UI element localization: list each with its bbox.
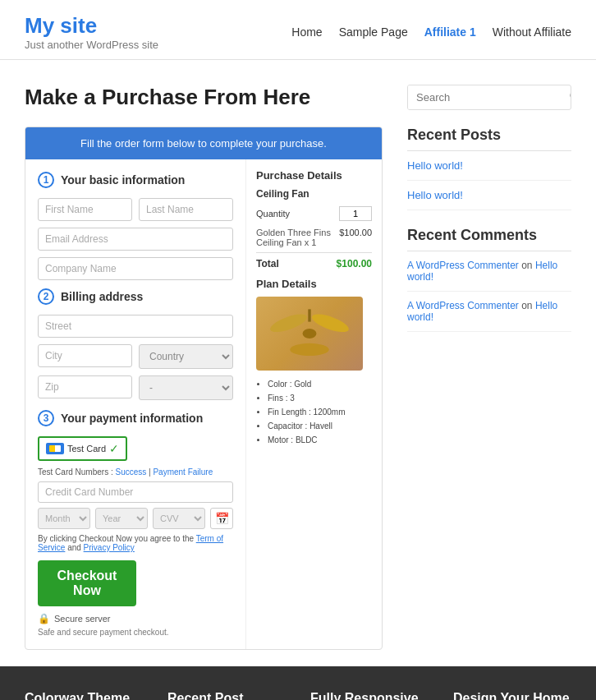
svg-rect-1: [308, 309, 310, 321]
plan-features: Color : Gold Fins : 3 Fin Length : 1200m…: [256, 377, 372, 447]
comment-1: A WordPress Commenter on Hello world!: [407, 260, 571, 292]
country-field: Country: [139, 344, 233, 369]
privacy-link[interactable]: Privacy Policy: [84, 543, 135, 552]
section3-header: 3 Your payment information: [38, 410, 233, 426]
secure-row: 🔒 Secure server: [38, 613, 233, 624]
search-button[interactable]: 🔍: [562, 85, 571, 109]
comment-2: A WordPress Commenter on Hello world!: [407, 300, 571, 332]
zip-input[interactable]: [38, 375, 132, 398]
company-input[interactable]: [38, 257, 233, 280]
search-input[interactable]: [408, 85, 562, 109]
test-card-note: Test Card Numbers : Success | Payment Fa…: [38, 467, 233, 477]
zip-row: -: [38, 375, 233, 400]
card-icon-inner: [49, 445, 61, 452]
form-header: Fill the order form below to complete yo…: [25, 127, 382, 159]
nav-affiliate1[interactable]: Affiliate 1: [424, 25, 476, 39]
nav-without-affiliate[interactable]: Without Affiliate: [493, 25, 571, 39]
site-brand: My site Just another WordPress site: [25, 13, 158, 51]
footer-grid: Colorway Theme Footer is widgetized. To …: [25, 691, 571, 700]
secure-label: Secure server: [54, 614, 110, 624]
last-name-input[interactable]: [139, 198, 233, 221]
section2-num: 2: [38, 288, 54, 305]
test-card-btn[interactable]: Test Card ✓: [38, 436, 127, 461]
name-row: [38, 198, 233, 221]
qty-input[interactable]: [339, 206, 372, 221]
footer-col-0: Colorway Theme Footer is widgetized. To …: [25, 691, 143, 700]
feature-motor: Motor : BLDC: [268, 433, 372, 447]
success-link[interactable]: Success: [115, 467, 146, 477]
card-icon: [46, 443, 64, 454]
failure-link[interactable]: Payment Failure: [153, 467, 213, 477]
section2-header: 2 Billing address: [38, 288, 233, 305]
feature-fins: Fins : 3: [268, 391, 372, 405]
country-select[interactable]: Country: [139, 344, 233, 369]
form-body: 1 Your basic information: [25, 159, 382, 649]
item-name: Golden Three Fins Ceiling Fan x 1: [256, 228, 339, 247]
footer: Colorway Theme Footer is widgetized. To …: [0, 666, 596, 700]
main-nav: Home Sample Page Affiliate 1 Without Aff…: [291, 25, 571, 39]
dash-select[interactable]: -: [139, 375, 233, 400]
payment-row: Month Year CVV 📅: [38, 508, 233, 529]
content-area: Make a Purchase From Here Fill the order…: [25, 85, 383, 650]
feature-capacitor: Capacitor : Havell: [268, 419, 372, 433]
svg-point-5: [303, 329, 317, 338]
commenter-1[interactable]: A WordPress Commenter: [407, 260, 519, 271]
card-options: Test Card ✓: [38, 436, 233, 461]
first-name-field: [38, 198, 132, 221]
recent-posts-title: Recent Posts: [407, 127, 571, 151]
card-btn-label: Test Card: [67, 444, 106, 454]
qty-label: Quantity: [256, 209, 290, 219]
footer-col-0-title: Colorway Theme: [25, 691, 143, 700]
email-input[interactable]: [38, 228, 233, 251]
company-field: [38, 257, 233, 280]
header: My site Just another WordPress site Home…: [0, 0, 596, 60]
total-row: Total $100.00: [256, 252, 372, 269]
check-icon: ✓: [109, 442, 119, 455]
section1-label: Your basic information: [61, 173, 185, 187]
item-price: $100.00: [339, 228, 372, 247]
year-select[interactable]: Year: [95, 508, 148, 529]
page-title: Make a Purchase From Here: [25, 85, 383, 110]
purchase-title: Purchase Details: [256, 169, 372, 182]
section3-num: 3: [38, 410, 54, 426]
credit-card-field: [38, 481, 233, 503]
email-field: [38, 228, 233, 251]
section1-header: 1 Your basic information: [38, 172, 233, 188]
payment-section: 3 Your payment information Test Card ✓: [38, 410, 233, 637]
post-2[interactable]: Hello world!: [407, 189, 571, 210]
section1-num: 1: [38, 172, 54, 188]
credit-card-input[interactable]: [38, 481, 233, 503]
svg-point-4: [290, 343, 328, 356]
search-box: 🔍: [407, 85, 571, 110]
ceiling-fan-image: [256, 297, 363, 371]
zip-field: [38, 375, 132, 400]
svg-point-2: [268, 311, 309, 336]
calendar-icon[interactable]: 📅: [210, 508, 233, 529]
month-select[interactable]: Month: [38, 508, 90, 529]
checkout-button[interactable]: Checkout Now: [38, 560, 136, 606]
section3-label: Your payment information: [61, 412, 203, 425]
section2-label: Billing address: [61, 290, 143, 303]
lock-icon: 🔒: [38, 613, 50, 624]
last-name-field: [139, 198, 233, 221]
footer-col-1: Recent Post Worth A Thousand Words Categ…: [167, 691, 286, 700]
commenter-2[interactable]: A WordPress Commenter: [407, 300, 519, 311]
first-name-input[interactable]: [38, 198, 132, 221]
nav-home[interactable]: Home: [291, 25, 322, 39]
street-field: [38, 315, 233, 338]
street-input[interactable]: [38, 315, 233, 338]
post-1[interactable]: Hello world!: [407, 159, 571, 181]
main-container: Make a Purchase From Here Fill the order…: [0, 60, 596, 666]
terms-text: By clicking Checkout Now you agree to th…: [38, 534, 233, 552]
cvv-select[interactable]: CVV: [153, 508, 205, 529]
city-input[interactable]: [38, 344, 132, 367]
recent-comments-title: Recent Comments: [407, 227, 571, 251]
item-row: Golden Three Fins Ceiling Fan x 1 $100.0…: [256, 228, 372, 247]
product-name: Ceiling Fan: [256, 188, 372, 200]
nav-sample-page[interactable]: Sample Page: [339, 25, 408, 39]
footer-col-2-title: Fully Responsive: [310, 691, 429, 700]
total-price: $100.00: [337, 258, 372, 269]
feature-color: Color : Gold: [268, 377, 372, 391]
footer-col-1-title: Recent Post: [167, 691, 286, 700]
city-field: [38, 344, 132, 369]
